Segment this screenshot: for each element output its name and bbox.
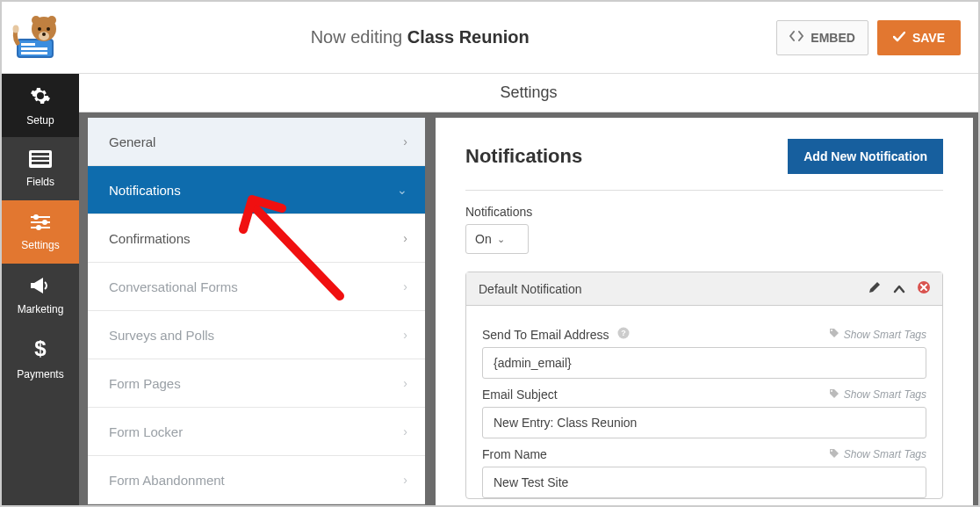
rail-label: Payments	[17, 368, 63, 380]
svg-rect-3	[21, 52, 47, 54]
tag-icon	[829, 388, 839, 402]
settings-item-label: Form Pages	[109, 376, 181, 391]
app-logo	[11, 11, 63, 64]
notification-card: Default Notification Send To Email Addre…	[465, 272, 943, 499]
svg-point-28	[831, 330, 832, 331]
panel-title: Notifications	[465, 145, 582, 168]
chevron-right-icon: ›	[403, 473, 407, 487]
delete-icon[interactable]	[918, 281, 930, 296]
settings-item-form-pages[interactable]: Form Pages ›	[88, 359, 425, 408]
chevron-right-icon: ›	[403, 134, 407, 148]
settings-item-label: Form Abandonment	[109, 473, 225, 488]
subject-input[interactable]	[482, 407, 926, 438]
svg-point-10	[42, 33, 46, 36]
edit-icon[interactable]	[868, 281, 881, 296]
secondary-title: Settings	[500, 83, 557, 102]
rail-label: Fields	[26, 176, 54, 188]
tag-icon	[829, 448, 839, 461]
save-button[interactable]: SAVE	[877, 20, 961, 55]
settings-item-conversational-forms[interactable]: Conversational Forms ›	[88, 263, 425, 311]
settings-item-surveys-polls[interactable]: Surveys and Polls ›	[88, 311, 425, 359]
svg-point-5	[38, 27, 41, 31]
send-to-input[interactable]	[482, 347, 926, 379]
secondary-header: Settings	[79, 74, 978, 112]
notifications-toggle-label: Notifications	[465, 205, 943, 219]
sliders-icon	[29, 214, 52, 234]
add-notification-button[interactable]: Add New Notification	[788, 139, 943, 174]
dollar-icon: $	[32, 337, 48, 363]
rail-label: Settings	[21, 239, 59, 251]
chevron-down-icon: ⌄	[397, 183, 407, 197]
svg-point-19	[42, 220, 47, 225]
rail-item-payments[interactable]: $ Payments	[2, 327, 79, 390]
tag-icon	[829, 328, 839, 341]
chevron-right-icon: ›	[403, 424, 407, 438]
svg-point-21	[36, 225, 41, 230]
settings-item-label: Confirmations	[109, 231, 191, 246]
settings-item-general[interactable]: General ›	[88, 118, 425, 166]
subject-label: Email Subject	[482, 387, 558, 402]
settings-item-label: Notifications	[109, 183, 181, 198]
svg-rect-14	[32, 157, 49, 160]
chevron-right-icon: ›	[403, 231, 407, 245]
show-smart-tags[interactable]: Show Smart Tags	[829, 388, 926, 402]
bullhorn-icon	[29, 276, 52, 298]
settings-item-notifications[interactable]: Notifications ⌄	[88, 166, 425, 214]
settings-item-label: General	[109, 134, 155, 149]
editing-title: Now editing Class Reunion	[63, 27, 776, 47]
rail-item-marketing[interactable]: Marketing	[2, 264, 79, 327]
settings-item-label: Form Locker	[109, 424, 183, 439]
svg-point-6	[47, 27, 50, 31]
settings-item-label: Conversational Forms	[109, 279, 238, 294]
chevron-right-icon: ›	[403, 279, 407, 293]
embed-button[interactable]: EMBED	[776, 20, 868, 55]
svg-rect-13	[32, 153, 49, 156]
show-smart-tags[interactable]: Show Smart Tags	[829, 448, 926, 461]
chevron-up-icon[interactable]	[893, 282, 905, 296]
chevron-down-icon: ⌄	[497, 234, 505, 245]
svg-text:?: ?	[622, 329, 627, 337]
chevron-right-icon: ›	[403, 328, 407, 342]
svg-rect-15	[32, 162, 49, 164]
svg-point-30	[831, 450, 832, 452]
save-label: SAVE	[912, 31, 945, 45]
show-smart-tags[interactable]: Show Smart Tags	[829, 328, 926, 341]
embed-label: EMBED	[811, 31, 855, 45]
gear-icon	[30, 85, 51, 109]
settings-list: General › Notifications ⌄ Confirmations …	[88, 118, 425, 504]
svg-point-8	[47, 16, 56, 25]
rail-label: Setup	[26, 114, 54, 127]
settings-item-label: Surveys and Polls	[109, 328, 214, 343]
left-rail: Setup Fields Settings Marketing $ Paymen…	[2, 74, 79, 505]
settings-item-form-locker[interactable]: Form Locker ›	[88, 408, 425, 456]
toggle-value: On	[475, 232, 492, 246]
settings-item-form-abandonment[interactable]: Form Abandonment ›	[88, 456, 425, 504]
notifications-toggle[interactable]: On ⌄	[465, 224, 529, 254]
svg-point-11	[13, 25, 19, 33]
rail-item-setup[interactable]: Setup	[2, 74, 79, 137]
svg-point-29	[831, 390, 832, 392]
from-name-input[interactable]	[482, 467, 926, 498]
svg-text:$: $	[34, 337, 47, 360]
rail-item-settings[interactable]: Settings	[2, 200, 79, 264]
svg-rect-2	[21, 47, 47, 50]
chevron-right-icon: ›	[403, 376, 407, 390]
svg-point-7	[32, 16, 40, 25]
list-icon	[29, 150, 52, 170]
send-to-label: Send To Email Address	[482, 328, 609, 342]
svg-point-17	[33, 214, 39, 220]
rail-label: Marketing	[18, 303, 64, 315]
svg-rect-1	[21, 43, 35, 46]
rail-item-fields[interactable]: Fields	[2, 137, 79, 200]
check-icon	[893, 31, 905, 45]
settings-item-confirmations[interactable]: Confirmations ›	[88, 214, 425, 263]
help-icon[interactable]: ?	[617, 328, 630, 342]
from-name-label: From Name	[482, 447, 547, 461]
code-icon	[789, 30, 803, 45]
card-title: Default Notification	[479, 282, 582, 296]
